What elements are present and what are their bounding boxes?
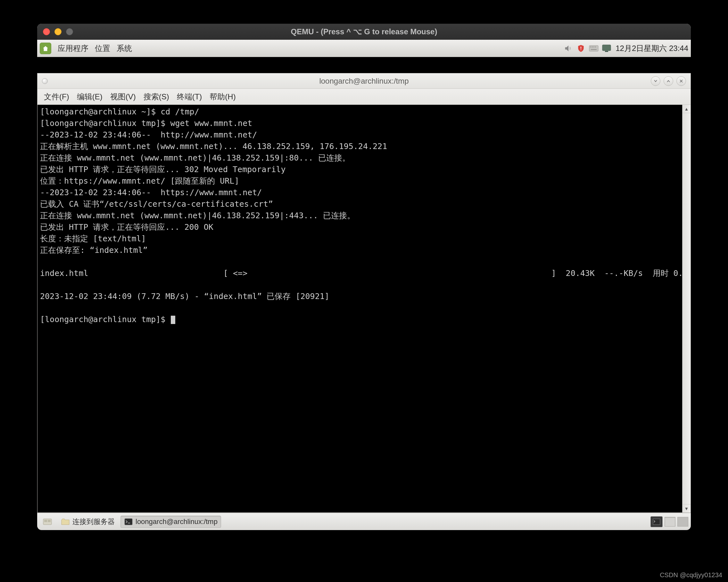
host-titlebar: QEMU - (Press ^ ⌥ G to release Mouse) — [37, 24, 691, 40]
svg-rect-0 — [580, 47, 581, 49]
svg-rect-4 — [592, 47, 593, 47]
menu-places[interactable]: 位置 — [92, 43, 113, 53]
terminal-icon — [124, 517, 133, 526]
scroll-up-icon[interactable]: ▲ — [682, 105, 691, 113]
menu-view[interactable]: 视图(V) — [106, 92, 140, 102]
menu-applications[interactable]: 应用程序 — [54, 43, 92, 53]
terminal-content[interactable]: [loongarch@archlinux ~]$ cd /tmp/ [loong… — [37, 105, 682, 512]
workspace-switcher-icon[interactable] — [650, 516, 662, 527]
menu-file[interactable]: 文件(F) — [40, 92, 73, 102]
window-menu-icon[interactable] — [42, 78, 48, 84]
svg-rect-7 — [591, 49, 597, 50]
svg-rect-8 — [602, 45, 611, 51]
window-maximize-button[interactable] — [664, 76, 673, 86]
guest-desktop: 应用程序 位置 系统 12月2日星期六 23:44 — [37, 40, 691, 530]
qemu-host-window: QEMU - (Press ^ ⌥ G to release Mouse) 应用… — [37, 24, 691, 530]
keyboard-icon[interactable] — [588, 43, 599, 54]
window-minimize-button[interactable] — [651, 76, 660, 86]
terminal-titlebar: loongarch@archlinux:/tmp — [37, 73, 691, 89]
security-shield-icon[interactable] — [575, 43, 587, 54]
traffic-lights — [43, 28, 73, 35]
scroll-down-icon[interactable]: ▼ — [682, 504, 691, 512]
taskbar-item-terminal[interactable]: loongarch@archlinux:/tmp — [121, 516, 221, 528]
svg-rect-3 — [590, 47, 591, 47]
svg-rect-11 — [44, 520, 47, 522]
menu-search[interactable]: 搜索(S) — [140, 92, 173, 102]
host-window-title: QEMU - (Press ^ ⌥ G to release Mouse) — [37, 27, 691, 36]
menu-edit[interactable]: 编辑(E) — [73, 92, 106, 102]
window-close-button[interactable] — [676, 76, 686, 86]
workspace-2[interactable] — [677, 517, 688, 527]
terminal-scrollbar[interactable]: ▲ ▼ — [682, 105, 691, 512]
clock[interactable]: 12月2日星期六 23:44 — [614, 43, 688, 53]
cursor — [171, 316, 175, 324]
workspace-1[interactable] — [665, 517, 675, 527]
menu-system[interactable]: 系统 — [113, 43, 135, 53]
gnome-logo-icon[interactable] — [40, 43, 51, 54]
svg-rect-9 — [605, 51, 608, 52]
close-button[interactable] — [43, 28, 50, 35]
volume-icon[interactable] — [562, 43, 574, 54]
gnome-tray: 12月2日星期六 23:44 — [562, 43, 688, 54]
gnome-top-panel: 应用程序 位置 系统 12月2日星期六 23:44 — [37, 40, 691, 57]
svg-rect-1 — [580, 49, 581, 50]
terminal-body: [loongarch@archlinux ~]$ cd /tmp/ [loong… — [37, 105, 691, 512]
gnome-bottom-panel: 连接到服务器 loongarch@archlinux:/tmp — [37, 513, 691, 530]
minimize-button[interactable] — [54, 28, 61, 35]
taskbar-item-label: 连接到服务器 — [72, 517, 115, 527]
watermark: CSDN @cqdjyy01234 — [660, 572, 722, 579]
terminal-title: loongarch@archlinux:/tmp — [37, 77, 691, 85]
svg-rect-2 — [589, 46, 598, 51]
show-desktop-icon — [43, 517, 52, 526]
terminal-menubar: 文件(F) 编辑(E) 视图(V) 搜索(S) 终端(T) 帮助(H) — [37, 89, 691, 105]
show-desktop-button[interactable] — [40, 516, 55, 528]
terminal-window: loongarch@archlinux:/tmp 文件(F) 编辑(E) 视 — [37, 73, 691, 513]
taskbar-item-label: loongarch@archlinux:/tmp — [135, 517, 217, 526]
svg-rect-13 — [125, 518, 132, 525]
menu-help[interactable]: 帮助(H) — [206, 92, 239, 102]
svg-rect-5 — [593, 47, 594, 47]
menu-terminal[interactable]: 终端(T) — [173, 92, 206, 102]
window-buttons — [651, 76, 686, 86]
svg-rect-15 — [653, 519, 660, 525]
svg-rect-6 — [595, 47, 596, 47]
taskbar-item-file-manager[interactable]: 连接到服务器 — [58, 516, 118, 528]
folder-icon — [61, 517, 70, 526]
display-icon[interactable] — [601, 43, 612, 54]
svg-rect-12 — [48, 520, 51, 522]
taskbar-right — [650, 516, 688, 527]
maximize-button[interactable] — [66, 28, 73, 35]
